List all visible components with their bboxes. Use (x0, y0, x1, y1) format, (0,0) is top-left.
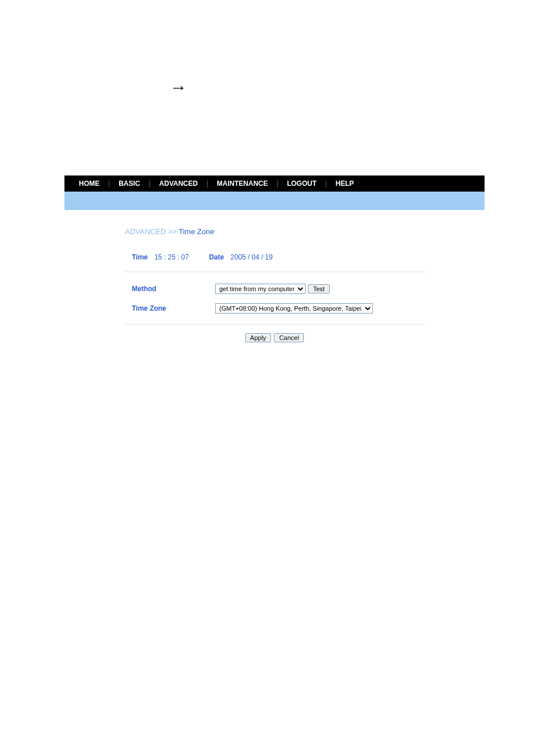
breadcrumb-section[interactable]: ADVANCED (125, 227, 166, 236)
timezone-label: Time Zone (132, 304, 215, 312)
nav-separator: | (108, 180, 110, 188)
nav-separator: | (148, 180, 150, 188)
date-value: 2005 / 04 / 19 (231, 253, 273, 261)
content-area: ADVANCED >> Time Zone Time 15 : 25 : 07 … (64, 210, 485, 365)
top-nav: HOME | BASIC | ADVANCED | MAINTENANCE | … (64, 175, 485, 192)
form-section: Method get time from my computer Test Ti… (125, 272, 424, 324)
button-row: Apply Cancel (125, 324, 424, 342)
header-bar (64, 192, 485, 210)
method-row: Method get time from my computer Test (132, 284, 417, 294)
apply-button[interactable]: Apply (245, 333, 272, 342)
timezone-row: Time Zone (GMT+08:00) Hong Kong, Perth, … (132, 303, 417, 314)
page-container: HOME | BASIC | ADVANCED | MAINTENANCE | … (64, 175, 485, 365)
nav-separator: | (277, 180, 279, 188)
nav-separator: | (325, 180, 327, 188)
time-date-row: Time 15 : 25 : 07 Date 2005 / 04 / 19 (125, 253, 424, 272)
time-value: 15 : 25 : 07 (154, 253, 189, 261)
breadcrumb: ADVANCED >> Time Zone (125, 227, 424, 236)
date-label: Date (209, 253, 224, 261)
arrow-icon: → (170, 78, 187, 97)
method-label: Method (132, 285, 215, 293)
nav-separator: | (207, 180, 208, 188)
breadcrumb-page: Time Zone (178, 227, 214, 236)
time-label: Time (132, 253, 148, 261)
nav-maintenance[interactable]: MAINTENANCE (217, 180, 268, 188)
timezone-select[interactable]: (GMT+08:00) Hong Kong, Perth, Singapore,… (215, 303, 373, 314)
test-button[interactable]: Test (308, 284, 330, 293)
nav-advanced[interactable]: ADVANCED (159, 180, 198, 188)
nav-logout[interactable]: LOGOUT (287, 180, 317, 188)
nav-basic[interactable]: BASIC (119, 180, 140, 188)
nav-help[interactable]: HELP (336, 180, 354, 188)
cancel-button[interactable]: Cancel (274, 333, 304, 342)
breadcrumb-separator: >> (168, 227, 177, 236)
method-select[interactable]: get time from my computer (215, 284, 306, 294)
nav-home[interactable]: HOME (79, 180, 100, 188)
